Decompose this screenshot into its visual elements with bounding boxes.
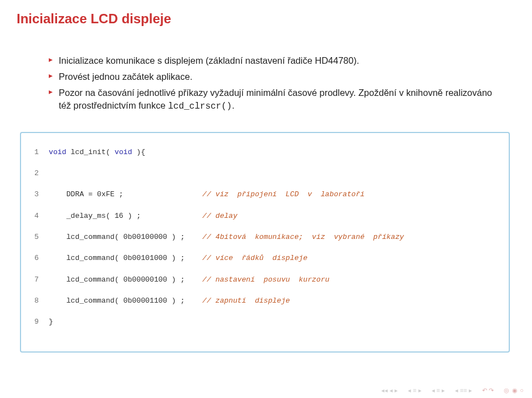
list-item: Provést jednou začátek aplikace. — [49, 70, 499, 83]
code-text: lcd_init( — [66, 148, 115, 156]
list-item: Inicializace komunikace s displejem (zák… — [49, 54, 499, 67]
beamer-nav: ◂◂ ◂ ▸ ◂ ≡ ▸ ◂ ≡ ▸ ◂ ≡≡ ▸ ↶ ↷ ◎ ◉ ○ — [381, 387, 524, 394]
list-item-text-tail: . — [232, 100, 234, 110]
prev-section-icon: ◂ — [408, 387, 411, 394]
nav-prev-slide[interactable]: ◂◂ ◂ ▸ — [381, 387, 398, 394]
code-line: 5 lcd_command( 0b00100000 ) ; // 4bitová… — [27, 232, 504, 242]
line-number: 6 — [27, 253, 39, 263]
code-text: lcd_command( 0b00001100 ) ; — [49, 297, 202, 305]
line-number: 7 — [27, 274, 39, 285]
circle-icon: ◉ — [512, 387, 518, 394]
keyword: void — [115, 148, 132, 156]
comment: // viz připojení LCD v laboratoři — [202, 190, 365, 198]
nav-appendix[interactable]: ↶ ↷ — [482, 387, 494, 394]
next-sub-icon: ▸ — [442, 387, 445, 394]
code-text: lcd_command( 0b00100000 ) ; — [49, 233, 202, 241]
sub-icon: ≡ — [437, 387, 440, 394]
first-icon: ◂◂ — [381, 387, 388, 394]
code-line: 9} — [27, 317, 504, 327]
nav-subsection[interactable]: ◂ ≡ ▸ — [432, 387, 445, 394]
list-item-text: Pozor na časování jednotlivé příkazy vyž… — [59, 88, 492, 110]
code-line: 1void lcd_init( void ){ — [27, 147, 504, 157]
circle-icon: ◎ — [504, 387, 510, 394]
comment: // zapnutí displeje — [202, 297, 290, 305]
code-line: 4 _delay_ms( 16 ) ; // delay — [27, 211, 504, 221]
slide-content: Inicializace komunikace s displejem (zák… — [17, 54, 515, 353]
slide: Inicializace LCD displeje Inicializace k… — [0, 0, 532, 353]
keyword: void — [49, 148, 66, 156]
code-text: } — [49, 317, 53, 327]
code-text: _delay_ms( 16 ) ; — [49, 212, 202, 220]
circle-icon: ○ — [520, 387, 524, 394]
line-number: 3 — [27, 189, 39, 200]
code-text: lcd_command( 0b00101000 ) ; — [49, 254, 202, 262]
next-frame-icon: ▸ — [469, 387, 472, 394]
nav-circles: ◎ ◉ ○ — [504, 387, 524, 394]
prev-frame-icon: ◂ — [455, 387, 458, 394]
prev-sub-icon: ◂ — [432, 387, 435, 394]
line-number: 9 — [27, 317, 39, 327]
line-number: 1 — [27, 147, 39, 157]
line-number: 8 — [27, 295, 39, 306]
code-text: lcd_command( 0b00000100 ) ; — [49, 275, 202, 284]
page-title: Inicializace LCD displeje — [17, 11, 515, 27]
code-line: 2 — [27, 168, 504, 178]
comment: // delay — [202, 212, 237, 220]
section-icon: ≡ — [413, 387, 416, 394]
code-block: 1void lcd_init( void ){ 2 3 DDRA = 0xFE … — [20, 132, 510, 353]
next-section-icon: ▸ — [418, 387, 422, 394]
frame-icon: ≡≡ — [460, 387, 467, 394]
inline-code: lcd_clrscr() — [168, 101, 232, 111]
comment: // nastavení posuvu kurzoru — [202, 275, 330, 284]
comment: // 4bitová komunikace; viz vybrané příka… — [202, 233, 404, 241]
list-item: Pozor na časování jednotlivé příkazy vyž… — [49, 86, 499, 113]
code-text: ){ — [132, 148, 145, 156]
prev-icon: ◂ — [390, 387, 393, 394]
code-text: DDRA = 0xFE ; — [49, 190, 202, 198]
line-number: 4 — [27, 211, 39, 221]
code-line: 6 lcd_command( 0b00101000 ) ; // více řá… — [27, 253, 504, 263]
bullet-list: Inicializace komunikace s displejem (zák… — [49, 54, 499, 113]
line-number: 2 — [27, 168, 39, 178]
line-number: 5 — [27, 232, 39, 242]
forward-icon: ↷ — [489, 387, 494, 394]
comment: // více řádků displeje — [202, 254, 308, 262]
code-line: 7 lcd_command( 0b00000100 ) ; // nastave… — [27, 274, 504, 285]
nav-frame[interactable]: ◂ ≡≡ ▸ — [455, 387, 472, 394]
code-line: 8 lcd_command( 0b00001100 ) ; // zapnutí… — [27, 295, 504, 306]
nav-section[interactable]: ◂ ≡ ▸ — [408, 387, 421, 394]
code-line: 3 DDRA = 0xFE ; // viz připojení LCD v l… — [27, 189, 504, 200]
back-icon: ↶ — [482, 387, 487, 394]
next-icon: ▸ — [395, 387, 398, 394]
